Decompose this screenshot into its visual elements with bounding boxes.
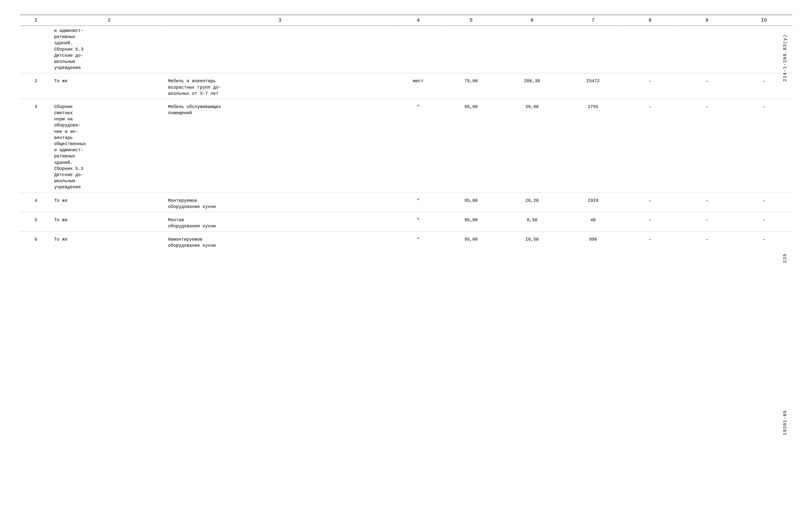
row-source: Сборник сметных норм на оборудова- ние и…: [52, 99, 166, 193]
side-label-bottom: 19201-05: [783, 410, 788, 435]
col-header-3: 3: [166, 15, 394, 26]
col-header-4: 4: [394, 15, 442, 26]
row-col5: 95,00: [442, 232, 500, 251]
row-num: 2: [20, 73, 52, 99]
row-col5: 75,00: [442, 73, 500, 99]
col-header-2: 2: [52, 15, 166, 26]
row-col5: [442, 26, 500, 73]
row-col7: 2755: [565, 99, 622, 193]
table-row: и админист- ративных зданий. Сборник 5.3…: [20, 26, 792, 73]
row-source: и админист- ративных зданий. Сборник 5.3…: [52, 26, 166, 73]
row-col8: –: [622, 232, 679, 251]
col-header-5: 5: [442, 15, 500, 26]
row-col9: –: [678, 193, 735, 212]
row-unit: ": [394, 212, 442, 231]
col-header-6: 6: [500, 15, 565, 26]
row-source: То же: [52, 73, 166, 99]
row-desc: Монтируемое оборудование кухни: [166, 193, 394, 212]
row-source: То же: [52, 193, 166, 212]
page-container: 214-1-260.83(у) 225 19201-05 I 2 3 4 5 6: [20, 15, 792, 251]
row-col5: 95,00: [442, 99, 500, 193]
row-num: 4: [20, 193, 52, 212]
row-col9: –: [678, 232, 735, 251]
row-desc: Монтаж оборудования кухни: [166, 212, 394, 231]
row-col6: 0,50: [500, 212, 565, 231]
row-col6: [500, 26, 565, 73]
row-col7: 48: [565, 212, 622, 231]
table-row: 6 То же Немонтируемое оборудование кухни…: [20, 232, 792, 251]
col-header-9: 9: [678, 15, 735, 26]
row-col6: 206,30: [500, 73, 565, 99]
row-desc: Мебель обслуживающих помещений: [166, 99, 394, 193]
row-unit: ": [394, 99, 442, 193]
row-unit: ": [394, 232, 442, 251]
row-col7: [565, 26, 622, 73]
row-num: 3: [20, 99, 52, 193]
row-col9: [678, 26, 735, 73]
col-header-7: 7: [565, 15, 622, 26]
row-col5: 95,00: [442, 193, 500, 212]
row-col7: I5472: [565, 73, 622, 99]
row-col8: –: [622, 212, 679, 231]
row-col6: 29,00: [500, 99, 565, 193]
row-num: 5: [20, 212, 52, 231]
row-col8: –: [622, 193, 679, 212]
row-col6: I0,50: [500, 232, 565, 251]
row-col8: –: [622, 99, 679, 193]
row-col5: 95,00: [442, 212, 500, 231]
row-col7: 998: [565, 232, 622, 251]
row-col9: –: [678, 212, 735, 231]
row-desc: [166, 26, 394, 73]
row-col6: 20,20: [500, 193, 565, 212]
row-unit: ": [394, 193, 442, 212]
col-header-10: IO: [735, 15, 792, 26]
row-col7: I9I9: [565, 193, 622, 212]
side-label-top: 214-1-260.83(у): [783, 34, 788, 81]
table-row: 3 Сборник сметных норм на оборудова- ние…: [20, 99, 792, 193]
row-num: 6: [20, 232, 52, 251]
table-row: 2 То же Мебель и инвентарь возрастных гр…: [20, 73, 792, 99]
row-col9: –: [678, 99, 735, 193]
row-desc: Немонтируемое оборудование кухни: [166, 232, 394, 251]
table-row: 4 То же Монтируемое оборудование кухни "…: [20, 193, 792, 212]
row-source: То же: [52, 232, 166, 251]
row-num: [20, 26, 52, 73]
main-table: I 2 3 4 5 6 7 8 9 IO и админист- ративны…: [20, 15, 792, 251]
side-label-middle: 225: [783, 254, 788, 263]
table-header-row: I 2 3 4 5 6 7 8 9 IO: [20, 15, 792, 26]
row-col8: [622, 26, 679, 73]
row-source: То же: [52, 212, 166, 231]
row-desc: Мебель и инвентарь возрастных групп до- …: [166, 73, 394, 99]
row-col8: –: [622, 73, 679, 99]
row-col9: –: [678, 73, 735, 99]
col-header-1: I: [20, 15, 52, 26]
row-unit: мест: [394, 73, 442, 99]
table-row: 5 То же Монтаж оборудования кухни " 95,0…: [20, 212, 792, 231]
col-header-8: 8: [622, 15, 679, 26]
row-unit: [394, 26, 442, 73]
